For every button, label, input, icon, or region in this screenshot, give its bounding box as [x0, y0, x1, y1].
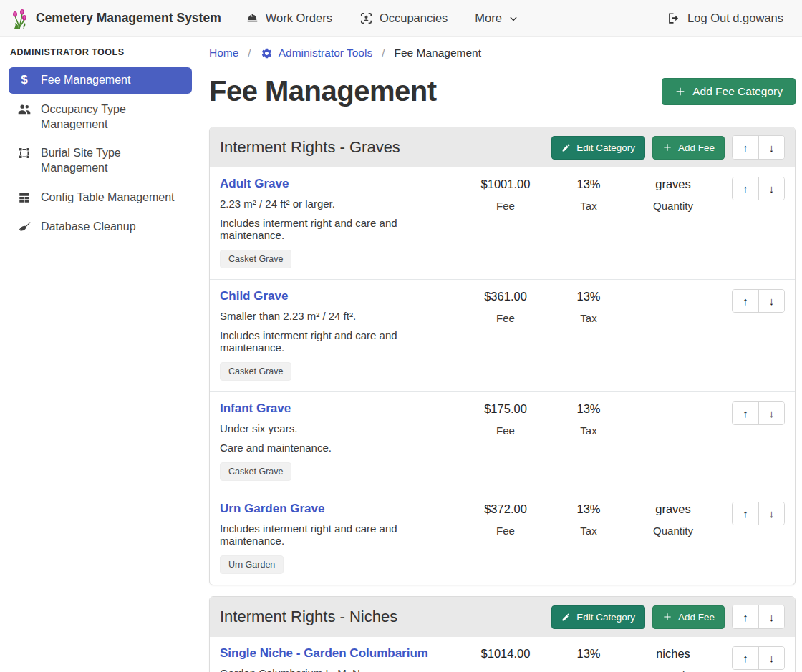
tax-amount: 13%	[554, 290, 623, 303]
tax-label: Tax	[554, 424, 623, 437]
fee-amount: $1001.00	[465, 177, 546, 191]
pencil-icon	[561, 613, 571, 622]
fee-description: Includes interment right and care and ma…	[220, 522, 460, 547]
fee-type-badge: Urn Garden	[220, 555, 284, 574]
table-icon	[17, 191, 32, 204]
sidebar-heading: ADMINISTRATOR TOOLS	[10, 47, 192, 57]
admin-sidebar: ADMINISTRATOR TOOLS $ Fee Management Occ…	[0, 37, 200, 672]
fee-amount: $372.00	[465, 502, 546, 516]
fee-label: Fee	[465, 424, 546, 437]
sign-out-icon	[667, 11, 680, 25]
breadcrumb: Home / Administrator Tools / Fee Managem…	[209, 47, 796, 59]
edit-category-button[interactable]: Edit Category	[551, 605, 645, 629]
breadcrumb-current: Fee Management	[395, 47, 482, 59]
dollar-icon: $	[17, 74, 32, 87]
users-icon	[17, 103, 32, 115]
logout-button[interactable]: Log Out d.gowans	[667, 11, 783, 25]
fee-name-link[interactable]: Urn Garden Grave	[220, 502, 324, 516]
sidebar-item-config-table-management[interactable]: Config Table Management	[9, 185, 192, 211]
main-content: Home / Administrator Tools / Fee Managem…	[200, 37, 802, 672]
edit-category-button[interactable]: Edit Category	[551, 136, 645, 160]
move-fee-up-button[interactable]: ↑	[733, 402, 758, 424]
move-fee-down-button[interactable]: ↓	[758, 402, 784, 424]
breadcrumb-admin-tools-link[interactable]: Administrator Tools	[261, 47, 373, 59]
move-fee-down-button[interactable]: ↓	[758, 647, 784, 669]
quantity-unit: graves	[632, 502, 715, 516]
fee-reorder-group: ↑ ↓	[732, 646, 785, 670]
category-card-graves: Interment Rights - Graves Edit Category …	[209, 127, 796, 585]
category-reorder-group: ↑ ↓	[732, 135, 785, 160]
quantity-unit: niches	[632, 647, 715, 661]
fee-description: Includes interment right and care and ma…	[220, 329, 460, 354]
sidebar-item-label: Occupancy Type Management	[41, 102, 183, 132]
sidebar-item-label: Database Cleanup	[41, 220, 136, 235]
nav-occupancies[interactable]: Occupancies	[359, 11, 448, 25]
tax-label: Tax	[554, 200, 623, 212]
category-title: Interment Rights - Niches	[220, 608, 397, 626]
plus-icon	[662, 612, 672, 622]
move-fee-down-button[interactable]: ↓	[758, 502, 784, 525]
fee-description: Under six years.	[220, 422, 460, 434]
fee-reorder-group: ↑ ↓	[732, 289, 785, 313]
fee-description: Smaller than 2.23 m² / 24 ft².	[220, 310, 460, 322]
fee-name-link[interactable]: Infant Grave	[220, 401, 291, 416]
vector-square-icon	[17, 147, 32, 160]
quantity-label: Quantity	[632, 525, 715, 537]
fee-reorder-group: ↑ ↓	[732, 177, 785, 200]
add-fee-button[interactable]: Add Fee	[652, 136, 725, 160]
category-reorder-group: ↑ ↓	[732, 605, 785, 629]
tax-label: Tax	[554, 525, 623, 537]
sidebar-item-label: Fee Management	[41, 73, 130, 88]
category-title: Interment Rights - Graves	[220, 138, 400, 157]
fee-description: Care and maintenance.	[220, 442, 460, 454]
quantity-label: Quantity	[632, 669, 715, 672]
fee-row-adult-grave: Adult Grave 2.23 m² / 24 ft² or larger. …	[210, 167, 795, 280]
fee-label: Fee	[465, 669, 546, 672]
sidebar-item-database-cleanup[interactable]: Database Cleanup	[9, 214, 192, 240]
fee-description: 2.23 m² / 24 ft² or larger.	[220, 198, 460, 210]
sidebar-item-burial-site-type-management[interactable]: Burial Site Type Management	[9, 140, 192, 182]
category-card-niches: Interment Rights - Niches Edit Category …	[209, 596, 796, 672]
app-title: Cemetery Management System	[36, 11, 221, 26]
fee-label: Fee	[465, 200, 546, 212]
nav-more[interactable]: More	[475, 11, 518, 25]
move-fee-up-button[interactable]: ↑	[733, 647, 758, 669]
fee-row-urn-garden-grave: Urn Garden Grave Includes interment righ…	[210, 492, 795, 585]
page-title: Fee Management	[209, 75, 437, 107]
top-navbar: Cemetery Management System Work Orders	[0, 0, 802, 37]
add-fee-button[interactable]: Add Fee	[652, 605, 725, 629]
fee-amount: $361.00	[465, 290, 546, 303]
move-category-up-button[interactable]: ↑	[733, 605, 758, 628]
add-fee-category-button[interactable]: Add Fee Category	[662, 78, 796, 105]
fee-row-infant-grave: Infant Grave Under six years. Care and m…	[210, 392, 795, 492]
move-fee-up-button[interactable]: ↑	[733, 177, 758, 200]
move-category-down-button[interactable]: ↓	[758, 605, 784, 628]
move-category-down-button[interactable]: ↓	[758, 136, 784, 159]
fee-type-badge: Casket Grave	[220, 250, 291, 268]
move-fee-down-button[interactable]: ↓	[758, 177, 784, 200]
move-fee-up-button[interactable]: ↑	[733, 502, 758, 525]
sidebar-item-label: Burial Site Type Management	[41, 146, 183, 176]
fee-amount: $175.00	[465, 402, 546, 416]
move-fee-down-button[interactable]: ↓	[758, 290, 784, 312]
hard-hat-icon	[246, 11, 259, 25]
sidebar-item-occupancy-type-management[interactable]: Occupancy Type Management	[9, 97, 192, 138]
breadcrumb-home-link[interactable]: Home	[209, 47, 238, 59]
move-fee-up-button[interactable]: ↑	[733, 290, 758, 312]
tax-label: Tax	[554, 312, 623, 324]
id-badge-icon	[359, 11, 373, 25]
plus-icon	[675, 86, 686, 97]
move-category-up-button[interactable]: ↑	[733, 136, 758, 159]
pencil-icon	[561, 143, 571, 152]
broom-icon	[17, 220, 32, 234]
fee-name-link[interactable]: Adult Grave	[220, 177, 289, 191]
chevron-down-icon	[508, 14, 518, 24]
sidebar-item-fee-management[interactable]: $ Fee Management	[9, 67, 192, 94]
fee-description: Garden Columbarium L, M, N.	[220, 667, 460, 672]
fee-name-link[interactable]: Child Grave	[220, 289, 288, 303]
fee-name-link[interactable]: Single Niche - Garden Columbarium	[220, 646, 428, 661]
tax-amount: 13%	[554, 502, 623, 516]
nav-work-orders[interactable]: Work Orders	[246, 11, 332, 25]
tax-label: Tax	[554, 669, 623, 672]
fee-label: Fee	[465, 312, 546, 324]
